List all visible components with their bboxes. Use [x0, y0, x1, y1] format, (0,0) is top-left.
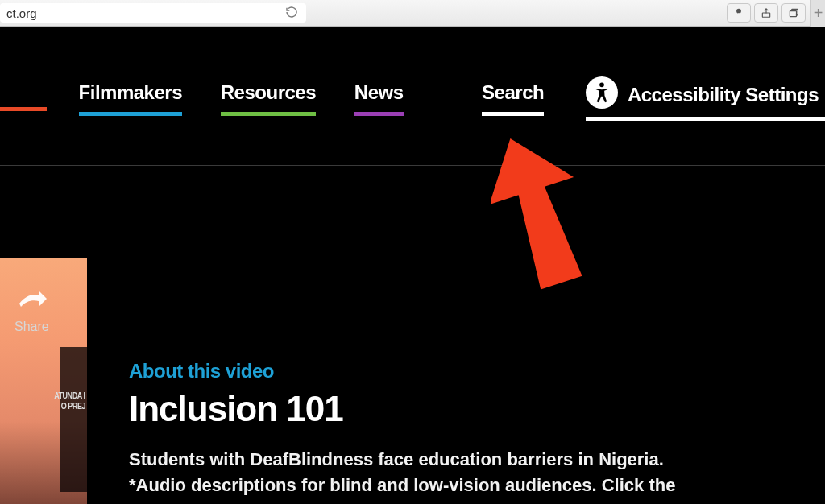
svg-rect-1 [762, 13, 769, 17]
video-details: About this video Inclusion 101 Students … [129, 360, 741, 498]
thumbnail-dark-strip [60, 347, 87, 492]
nav-accessibility-label: Accessibility Settings [628, 84, 819, 106]
video-description: Students with DeafBlindness face educati… [129, 447, 709, 498]
main-nav: Filmmakers Resources News Search Accessi… [0, 81, 825, 121]
svg-rect-2 [790, 11, 796, 17]
share-arrow-icon [15, 289, 48, 313]
nav-item-resources[interactable]: Resources [221, 81, 316, 116]
share-button[interactable] [754, 3, 778, 23]
thumbnail-text-a: ATUNDA I [54, 391, 85, 400]
thumbnail-text-b: O PREJ [61, 402, 85, 411]
nav-item-home-edge[interactable] [0, 81, 47, 111]
nav-item-search[interactable]: Search [482, 81, 544, 116]
svg-marker-4 [491, 131, 603, 296]
divider [0, 165, 825, 166]
share-control[interactable]: Share [15, 289, 49, 334]
new-tab-button[interactable]: + [810, 0, 825, 27]
browser-toolbar-right [727, 3, 810, 23]
section-eyebrow: About this video [129, 360, 741, 382]
annotation-arrow [491, 131, 628, 320]
svg-point-0 [736, 9, 741, 14]
url-text: ct.org [6, 6, 285, 20]
nav-item-news[interactable]: News [354, 81, 404, 116]
address-bar[interactable]: ct.org [0, 3, 306, 23]
download-button[interactable] [727, 3, 751, 23]
browser-chrome: ct.org + [0, 0, 825, 27]
share-label: Share [15, 320, 49, 334]
accessibility-icon [586, 76, 618, 109]
video-title: Inclusion 101 [129, 389, 741, 429]
page-body: Filmmakers Resources News Search Accessi… [0, 27, 825, 504]
nav-item-filmmakers[interactable]: Filmmakers [79, 81, 182, 116]
tabs-button[interactable] [781, 3, 806, 23]
nav-item-accessibility[interactable]: Accessibility Settings [586, 81, 825, 121]
reload-icon[interactable] [285, 6, 298, 21]
svg-point-3 [599, 82, 604, 87]
